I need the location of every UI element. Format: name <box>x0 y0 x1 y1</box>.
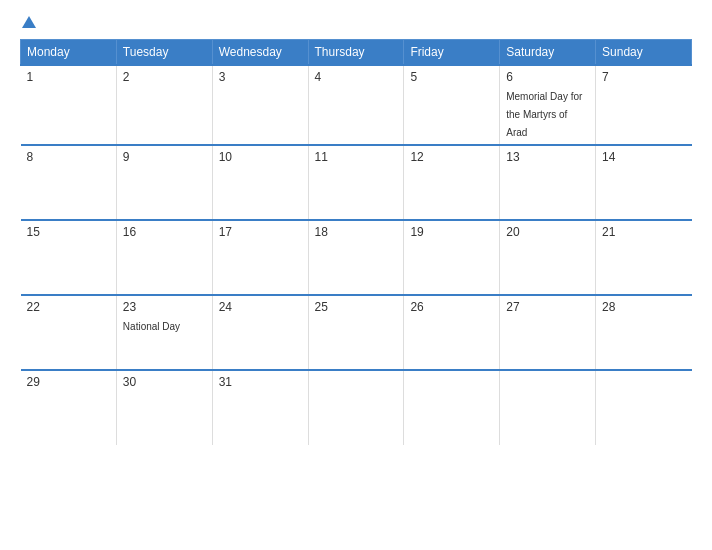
day-number: 31 <box>219 375 302 389</box>
event-text: National Day <box>123 321 180 332</box>
calendar-cell: 3 <box>212 65 308 145</box>
day-number: 9 <box>123 150 206 164</box>
logo-triangle-icon <box>22 16 36 28</box>
weekday-header: Monday <box>21 40 117 66</box>
calendar-cell: 1 <box>21 65 117 145</box>
day-number: 20 <box>506 225 589 239</box>
calendar-page: MondayTuesdayWednesdayThursdayFridaySatu… <box>0 0 712 550</box>
day-number: 7 <box>602 70 685 84</box>
day-number: 18 <box>315 225 398 239</box>
day-number: 23 <box>123 300 206 314</box>
calendar-cell: 31 <box>212 370 308 445</box>
day-number: 6 <box>506 70 589 84</box>
day-number: 15 <box>27 225 110 239</box>
day-number: 17 <box>219 225 302 239</box>
day-number: 8 <box>27 150 110 164</box>
weekday-header: Friday <box>404 40 500 66</box>
day-number: 3 <box>219 70 302 84</box>
day-number: 2 <box>123 70 206 84</box>
day-number: 10 <box>219 150 302 164</box>
logo <box>20 16 36 29</box>
day-number: 1 <box>27 70 110 84</box>
day-number: 21 <box>602 225 685 239</box>
calendar-cell: 15 <box>21 220 117 295</box>
day-number: 4 <box>315 70 398 84</box>
weekday-row: MondayTuesdayWednesdayThursdayFridaySatu… <box>21 40 692 66</box>
calendar-cell: 10 <box>212 145 308 220</box>
day-number: 5 <box>410 70 493 84</box>
weekday-header: Sunday <box>596 40 692 66</box>
calendar-cell: 26 <box>404 295 500 370</box>
calendar-cell: 7 <box>596 65 692 145</box>
calendar-header: MondayTuesdayWednesdayThursdayFridaySatu… <box>21 40 692 66</box>
day-number: 22 <box>27 300 110 314</box>
calendar-cell: 11 <box>308 145 404 220</box>
day-number: 25 <box>315 300 398 314</box>
calendar-cell: 29 <box>21 370 117 445</box>
calendar-cell: 19 <box>404 220 500 295</box>
calendar-cell: 8 <box>21 145 117 220</box>
day-number: 14 <box>602 150 685 164</box>
day-number: 26 <box>410 300 493 314</box>
calendar-week-row: 293031 <box>21 370 692 445</box>
weekday-header: Saturday <box>500 40 596 66</box>
day-number: 30 <box>123 375 206 389</box>
day-number: 13 <box>506 150 589 164</box>
calendar-grid: MondayTuesdayWednesdayThursdayFridaySatu… <box>20 39 692 445</box>
calendar-cell: 24 <box>212 295 308 370</box>
calendar-cell <box>500 370 596 445</box>
day-number: 24 <box>219 300 302 314</box>
calendar-cell: 27 <box>500 295 596 370</box>
calendar-cell: 12 <box>404 145 500 220</box>
calendar-cell: 28 <box>596 295 692 370</box>
day-number: 16 <box>123 225 206 239</box>
weekday-header: Tuesday <box>116 40 212 66</box>
calendar-cell: 16 <box>116 220 212 295</box>
calendar-cell: 23National Day <box>116 295 212 370</box>
calendar-cell: 2 <box>116 65 212 145</box>
calendar-cell: 4 <box>308 65 404 145</box>
calendar-cell: 21 <box>596 220 692 295</box>
calendar-cell: 18 <box>308 220 404 295</box>
calendar-cell: 22 <box>21 295 117 370</box>
calendar-cell: 30 <box>116 370 212 445</box>
logo-blue-text <box>20 16 36 29</box>
day-number: 28 <box>602 300 685 314</box>
page-header <box>20 16 692 29</box>
calendar-week-row: 2223National Day2425262728 <box>21 295 692 370</box>
calendar-cell: 14 <box>596 145 692 220</box>
calendar-cell: 13 <box>500 145 596 220</box>
calendar-week-row: 15161718192021 <box>21 220 692 295</box>
calendar-cell: 20 <box>500 220 596 295</box>
calendar-cell: 17 <box>212 220 308 295</box>
calendar-cell: 6Memorial Day for the Martyrs of Arad <box>500 65 596 145</box>
day-number: 12 <box>410 150 493 164</box>
calendar-body: 123456Memorial Day for the Martyrs of Ar… <box>21 65 692 445</box>
weekday-header: Wednesday <box>212 40 308 66</box>
calendar-week-row: 123456Memorial Day for the Martyrs of Ar… <box>21 65 692 145</box>
calendar-cell: 9 <box>116 145 212 220</box>
calendar-cell <box>404 370 500 445</box>
calendar-cell: 25 <box>308 295 404 370</box>
calendar-cell <box>308 370 404 445</box>
day-number: 27 <box>506 300 589 314</box>
event-text: Memorial Day for the Martyrs of Arad <box>506 91 582 138</box>
day-number: 19 <box>410 225 493 239</box>
day-number: 29 <box>27 375 110 389</box>
calendar-week-row: 891011121314 <box>21 145 692 220</box>
day-number: 11 <box>315 150 398 164</box>
weekday-header: Thursday <box>308 40 404 66</box>
calendar-cell: 5 <box>404 65 500 145</box>
calendar-cell <box>596 370 692 445</box>
